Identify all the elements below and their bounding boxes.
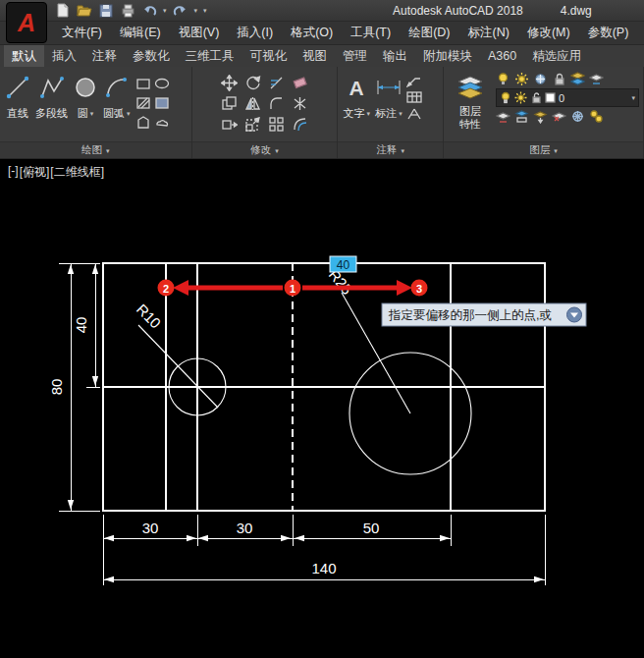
dimension-texts[interactable]: 40 80 30 30 50 140 R10 R25 [48, 266, 379, 576]
layer-merge-icon[interactable] [533, 109, 548, 124]
viewport-controls: [-] [俯视] [二维线框] [8, 164, 104, 181]
revision-cloud-icon[interactable] [153, 113, 172, 133]
boundary-icon[interactable] [134, 113, 153, 133]
rectangle-icon[interactable] [134, 74, 153, 93]
plot-icon[interactable] [120, 3, 135, 19]
redo-icon[interactable] [173, 3, 188, 19]
scale-icon[interactable] [242, 114, 265, 135]
move-icon[interactable] [218, 73, 242, 93]
stretch-icon[interactable] [218, 114, 242, 135]
panel-expand-icon: ▾ [106, 147, 110, 154]
menu-bar: 文件(F) 编辑(E) 视图(V) 插入(I) 格式(O) 工具(T) 绘图(D… [0, 22, 644, 45]
panel-footer-annotation[interactable]: 注释 ▾ [338, 141, 443, 158]
menu-tools[interactable]: 工具(T) [342, 22, 400, 44]
layer-walk-icon[interactable] [589, 72, 604, 86]
layer-properties-button[interactable]: 图层 特性 [448, 70, 493, 130]
arc-dropdown-icon[interactable]: ▾ [127, 110, 131, 117]
menu-modify[interactable]: 修改(M) [518, 22, 579, 44]
tab-annotate[interactable]: 注释 [84, 45, 125, 67]
erase-icon[interactable] [289, 73, 312, 93]
menu-dimension[interactable]: 标注(N) [459, 22, 518, 44]
table-icon[interactable] [406, 90, 422, 104]
tab-featured-apps[interactable]: 精选应用 [524, 45, 589, 67]
model-space-canvas[interactable]: [-] [俯视] [二维线框] [0, 159, 644, 658]
menu-insert[interactable]: 插入(I) [228, 22, 282, 44]
panel-expand-icon: ▾ [554, 147, 558, 154]
tab-home[interactable]: 默认 [4, 45, 44, 67]
layer-freeze-all-icon[interactable] [570, 109, 585, 124]
tab-insert[interactable]: 插入 [44, 45, 84, 67]
viewport-collapse-control[interactable]: [-] [8, 164, 19, 181]
qat-customize-icon[interactable]: ▾ [203, 7, 207, 14]
menu-draw[interactable]: 绘图(D) [400, 22, 458, 44]
tab-output[interactable]: 输出 [375, 45, 415, 67]
explode-icon[interactable] [289, 93, 312, 114]
line-icon [5, 70, 30, 105]
layer-delete-icon[interactable] [552, 109, 566, 124]
layer-turn-on-all-icon[interactable] [589, 109, 604, 124]
r10-leader-line[interactable] [138, 325, 218, 408]
menu-window[interactable]: 窗口(W) [637, 22, 644, 44]
application-menu-button[interactable]: A [6, 2, 47, 43]
menu-file[interactable]: 文件(F) [53, 22, 111, 44]
arc-button[interactable]: 圆弧▾ [102, 70, 132, 121]
undo-icon[interactable] [141, 3, 157, 19]
layer-select-combo[interactable]: 0 ▾ [496, 88, 639, 107]
layer-match-icon[interactable] [570, 72, 585, 86]
panel-footer-draw[interactable]: 绘图 ▾ [0, 141, 191, 158]
viewport-view-control[interactable]: [俯视] [20, 164, 50, 181]
tab-parametric[interactable]: 参数化 [125, 45, 178, 67]
title-bar: A ▾ ▾ ▾ Autodesk A [0, 0, 644, 22]
polyline-icon [39, 70, 65, 105]
viewport-visual-style-control[interactable]: [二维线框] [50, 164, 104, 181]
ellipse-icon[interactable] [153, 74, 172, 93]
layer-freeze-icon[interactable] [533, 72, 548, 86]
dimension-button[interactable]: 标注▾ [374, 70, 403, 121]
tooltip-options-icon[interactable] [567, 307, 582, 322]
menu-edit[interactable]: 编辑(E) [111, 22, 170, 44]
array-icon[interactable] [265, 114, 289, 135]
tab-a360[interactable]: A360 [480, 45, 524, 67]
tab-add-ins[interactable]: 附加模块 [415, 45, 480, 67]
menu-format[interactable]: 格式(O) [282, 22, 342, 44]
layer-lock-icon[interactable] [552, 72, 566, 86]
tab-manage[interactable]: 管理 [335, 45, 375, 67]
circle-button[interactable]: 圆▾ [72, 70, 99, 121]
redo-dropdown-icon[interactable]: ▾ [194, 7, 198, 14]
hatch-icon[interactable] [134, 93, 153, 113]
mirror-icon[interactable] [242, 93, 265, 114]
fillet-icon[interactable] [265, 93, 289, 114]
new-file-icon[interactable] [55, 3, 71, 19]
leader-icon[interactable] [406, 74, 422, 87]
polyline-button[interactable]: 多段线 [34, 70, 69, 121]
tab-3d-tools[interactable]: 三维工具 [178, 45, 242, 67]
dynamic-input-field[interactable]: 40 [330, 256, 356, 272]
layer-properties-icon [456, 70, 484, 105]
offset-icon[interactable] [289, 114, 312, 135]
layer-previous-icon[interactable] [496, 109, 510, 124]
dimension-dropdown-icon[interactable]: ▾ [399, 110, 402, 117]
panel-footer-layers[interactable]: 图层 ▾ [444, 141, 643, 158]
copy-icon[interactable] [218, 93, 242, 114]
tab-view[interactable]: 视图 [295, 45, 335, 67]
menu-view[interactable]: 视图(V) [170, 22, 229, 44]
layer-unlock-icon [530, 91, 542, 104]
open-file-icon[interactable] [77, 3, 92, 19]
autocad-logo-icon: A [18, 11, 35, 35]
text-button[interactable]: A 文字▾ [342, 70, 371, 121]
panel-footer-modify[interactable]: 修改 ▾ [192, 141, 338, 158]
undo-dropdown-icon[interactable]: ▾ [163, 7, 167, 14]
text-style-icon[interactable] [406, 107, 422, 121]
layer-off-icon[interactable] [496, 72, 510, 86]
layer-isolate-icon[interactable] [514, 72, 529, 86]
layer-state-icon[interactable] [514, 109, 529, 124]
gradient-icon[interactable] [153, 93, 172, 113]
text-dropdown-icon[interactable]: ▾ [366, 110, 370, 117]
circle-dropdown-icon[interactable]: ▾ [90, 110, 94, 117]
trim-icon[interactable] [265, 73, 289, 93]
rotate-icon[interactable] [242, 73, 265, 93]
line-button[interactable]: 直线 [4, 70, 31, 121]
save-icon[interactable] [98, 3, 114, 19]
menu-parametric[interactable]: 参数(P) [579, 22, 638, 44]
tab-visualize[interactable]: 可视化 [242, 45, 295, 67]
